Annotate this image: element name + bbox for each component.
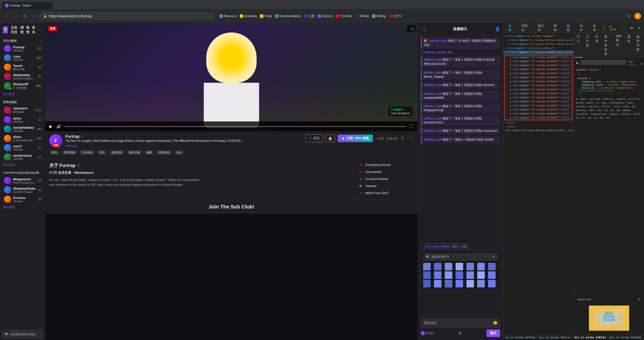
emote-cell-5[interactable] — [477, 263, 485, 270]
devtools-dock-icon[interactable]: ⋮ — [621, 25, 627, 31]
emote-cell-14[interactable] — [423, 280, 431, 287]
channel-item-furtrap[interactable]: Furtrap VRChat 221 — [1, 44, 44, 53]
tag-2[interactable]: 日本动画 — [79, 150, 95, 155]
collapse-button[interactable]: ‹ — [41, 39, 42, 43]
devtools-settings-icon[interactable]: ⚙ — [629, 25, 635, 31]
notify-button[interactable]: 🔔 — [326, 135, 335, 142]
emote-search-bar[interactable]: 🔍 搜索表情符号 ✕ — [423, 253, 498, 261]
twitch-logo[interactable]: T — [3, 26, 8, 33]
dom-line-18[interactable]: ►<div class="sc-AxiKw heA0Am"></div> — [505, 108, 572, 112]
dom-line-5[interactable]: ► <div class= "sc-AxiKw heA0Am" ></div> — [505, 55, 572, 59]
emote-cell-13[interactable] — [488, 271, 496, 279]
style-tab-computed[interactable]: 已计算 — [583, 33, 592, 58]
emote-cell-4[interactable] — [466, 263, 474, 270]
forward-button[interactable]: → — [12, 13, 19, 20]
social-link-youtube[interactable]: ▶ Yououtube! — [358, 169, 414, 175]
dom-line-2[interactable]: ► <div class= "sc-AxiKw bOTXee emote-pic… — [503, 42, 574, 46]
channel-item-nerdynanny[interactable]: nerdynanny VRChat 22 — [1, 152, 44, 161]
tag-6[interactable]: 极限 — [144, 150, 154, 155]
extensions-button[interactable]: ☰ — [625, 13, 632, 20]
bookmark-editing[interactable]: Editing — [372, 14, 386, 18]
social-link-discord[interactable]: ◈ D-scord Partner — [358, 177, 414, 182]
tag-0[interactable]: 配合 — [49, 150, 60, 155]
subscribe-button[interactable]: ★ 订阅: 20% 优惠 — [338, 135, 373, 142]
dom-line-19[interactable]: ►<div class="sc-AxiKw heA0Am"></div> — [505, 112, 572, 116]
emote-cell-11[interactable] — [466, 271, 474, 279]
bookmark-baidu[interactable]: 百度 — [304, 14, 315, 18]
channel-item-diyanayr[interactable]: DivanaVR 6 个新视频 离线 — [1, 81, 44, 91]
search-box[interactable]: 🔍 搜索频道或发发视频 — [2, 330, 43, 338]
stream-game[interactable]: VRChat — [65, 144, 302, 148]
show-more-recommended[interactable]: 显示更多 — [0, 162, 45, 169]
breadcrumb-item-3[interactable]: div.sc-AxiKw.heA0Am — [610, 336, 641, 339]
dom-line-17[interactable]: ►<div class="sc-AxiKw heA0Am"></div> — [505, 104, 572, 108]
channel-item-shiro[interactable]: Shiro A Township Tale 109 — [1, 134, 44, 143]
add-rule-icon[interactable]: ◯ — [640, 62, 642, 65]
channel-item-megamem3[interactable]: Megamem3 Final Fantasy XIV O... 28 — [1, 176, 44, 185]
emote-cell-19[interactable] — [477, 280, 485, 287]
video-player[interactable]: = OwO =THE VR-WATCH 直播 →| — [45, 23, 418, 131]
dom-line-9[interactable]: ►<div class="sc-AxiKw heA0Am"></div> — [505, 71, 572, 75]
dom-line-7[interactable]: ►<div class="sc-AxiKw heA0Am"></div> — [505, 63, 572, 67]
style-filter-input[interactable] — [580, 60, 626, 65]
devtools-tab-network[interactable]: 网络 — [551, 22, 563, 34]
dom-line-close-krvlss[interactable]: </div> — [503, 121, 574, 125]
emote-cell-12[interactable] — [477, 271, 485, 279]
devtools-tab-sources[interactable]: 源代码 — [535, 22, 550, 34]
bookmark-discord[interactable]: Discord — [318, 14, 333, 18]
emote-cell-10[interactable] — [456, 271, 463, 279]
channel-item-nyanners[interactable]: nyanners 谈天说地 1.1万 — [1, 105, 44, 115]
channel-item-laxy[interactable]: Laxy VRChat 205 — [1, 53, 44, 62]
address-bar[interactable]: 🔒 https://www.twitch.tv/furtrap — [39, 12, 215, 20]
chat-emoji-icon[interactable]: 😀 — [493, 321, 497, 325]
dom-line-ref[interactable]: <div class="sc-AxiKw bOTXee emote-picker… — [503, 129, 574, 133]
social-link-everything[interactable]: ⊕ Everything Social — [358, 162, 414, 167]
emote-cell-2[interactable] — [445, 263, 452, 270]
dom-line-8[interactable]: ►<div class="sc-AxiKw heA0Am"></div> — [505, 67, 572, 71]
follow-button[interactable]: ♡ 关注 — [305, 134, 323, 142]
dom-line-16[interactable]: ►<div class="sc-AxiKw heA0Am"></div> — [505, 100, 572, 104]
profile-avatar[interactable]: A — [634, 13, 641, 19]
bookmark-temp[interactable]: Temp — [260, 14, 272, 18]
show-more-also-watching[interactable]: 显示更多 — [0, 204, 45, 211]
tag-4[interactable]: 虚拟现实 — [109, 150, 125, 155]
tag-3[interactable]: 英文 — [97, 150, 107, 155]
social-link-freesub[interactable]: ✦ Want Free Sub? — [358, 191, 414, 196]
browser-tab-twitch[interactable]: Furtrap - Twitch — [2, 2, 52, 9]
channel-item-tasuh[interactable]: Tasuh Minecraft 43 — [1, 63, 44, 72]
reload-button[interactable]: ↻ — [21, 13, 28, 20]
emote-info-icon[interactable]: ⓘ — [494, 282, 498, 287]
emote-cell-15[interactable] — [434, 280, 441, 287]
nav-more-icon[interactable]: ⋯ — [38, 27, 42, 33]
devtools-tab-performance[interactable]: 性能 — [564, 22, 576, 34]
css-source-heaAm[interactable]: core-851aec.12341.css:1 — [579, 90, 642, 92]
bookmark-youtube[interactable]: YouTube — [336, 14, 352, 18]
dom-line-4[interactable]: ► <div class= "sc-AxiKw heNWEN emote-gri… — [503, 50, 574, 54]
chat-send-button[interactable]: 聊天 — [487, 329, 500, 337]
emote-cell-7[interactable] — [423, 271, 431, 279]
devtools-tab-application[interactable]: 应用 — [590, 22, 602, 34]
dom-line-10[interactable]: ►<div class="sc-AxiKw heA0Am"></div> — [505, 75, 572, 79]
dom-line-12[interactable]: ►<div class="sc-AxiKw heA0Am"></div> — [505, 83, 572, 88]
chat-settings-button[interactable]: ⚙ — [458, 331, 462, 335]
style-tab-styles[interactable]: 样式 — [574, 33, 583, 58]
channel-item-lahyx[interactable]: lahyx VRChat 22 — [1, 115, 44, 124]
emote-grid-toggle[interactable]: ⋮ — [494, 264, 498, 268]
dom-line-14[interactable]: ►<div class="sc-AxiKw heA0Am"></div> — [505, 92, 572, 96]
play-button[interactable]: ▶ — [48, 123, 53, 130]
devtools-close-icon[interactable]: ✕ — [636, 25, 642, 31]
style-tab-dom[interactable]: DOM 断点 — [613, 33, 625, 58]
style-tab-event[interactable]: 事件侦听器 — [601, 33, 613, 58]
style-tab-properties[interactable]: 属性 — [624, 33, 633, 58]
emote-cell-0[interactable] — [423, 263, 431, 270]
breadcrumb-item-0[interactable]: iv.sc-AxiKw.bOTXee — [505, 336, 535, 339]
dom-line-close-outer[interactable]: </div> — [503, 125, 574, 129]
emote-picker-close[interactable]: ✕ — [492, 255, 495, 259]
channel-item-ronn7[interactable]: ronn7 VRChat 67 — [1, 143, 44, 152]
tag-hide[interactable]: 运动 — [174, 150, 184, 155]
bookmark-resource[interactable]: Resource — [219, 14, 237, 18]
share-button[interactable]: ⇧ — [400, 135, 405, 142]
dom-line-0[interactable]: ► <div class= "sc-AxiKw fqapaU" > — [503, 34, 574, 38]
emote-cell-16[interactable] — [445, 280, 452, 287]
emote-cell-8[interactable] — [434, 271, 441, 279]
